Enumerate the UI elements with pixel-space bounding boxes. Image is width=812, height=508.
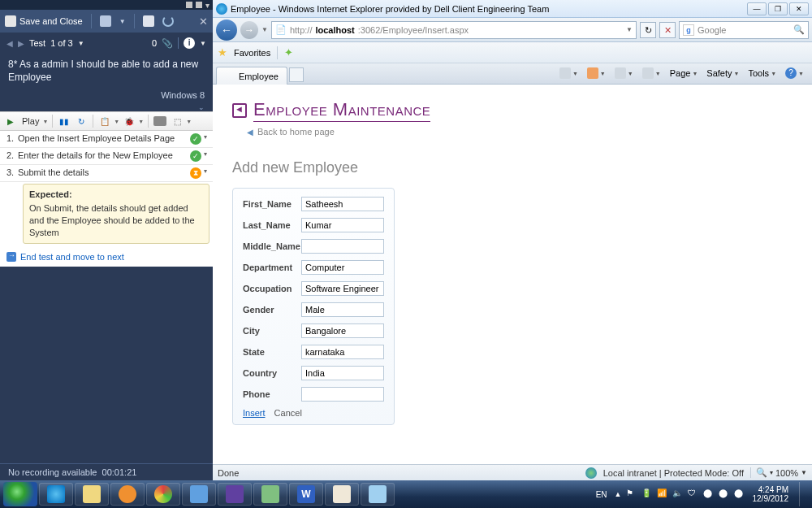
last-name-field[interactable] <box>301 218 384 232</box>
refresh-button[interactable]: ↻ <box>640 22 656 38</box>
tray-icon[interactable]: ⬤ <box>734 488 745 500</box>
show-desktop-button[interactable] <box>799 482 807 506</box>
forward-button[interactable]: → <box>240 21 258 39</box>
dropdown-icon[interactable]: ▼ <box>119 18 126 25</box>
gender-field[interactable] <box>301 302 384 317</box>
panel-options-icon[interactable]: ▾ <box>205 1 209 10</box>
tray-icon[interactable]: ⬤ <box>703 488 715 500</box>
maximize-button[interactable]: ❐ <box>768 2 788 15</box>
camera-icon[interactable] <box>153 114 167 128</box>
play-icon[interactable]: ▶ <box>3 114 18 128</box>
taskbar-media[interactable] <box>110 483 145 506</box>
bug-icon[interactable]: 🐞 <box>122 114 136 128</box>
home-button[interactable]: ▼ <box>556 66 581 80</box>
first-name-field[interactable] <box>301 197 384 211</box>
step-menu-icon[interactable]: ▾ <box>201 167 209 175</box>
tray-icon[interactable]: 🛡 <box>688 488 699 500</box>
feeds-button[interactable]: ▼ <box>584 66 609 80</box>
window-titlebar[interactable]: Employee - Windows Internet Explorer pro… <box>213 0 812 18</box>
new-tab-button[interactable] <box>289 67 304 82</box>
dropdown-icon[interactable]: ▼ <box>114 119 119 124</box>
page-menu[interactable]: Page ▼ <box>667 67 702 80</box>
country-field[interactable] <box>301 366 384 380</box>
middle-name-field[interactable] <box>301 239 384 254</box>
pass-icon[interactable]: ✓ <box>190 150 201 162</box>
dock-icon[interactable] <box>186 2 192 8</box>
browser-tab[interactable]: Employee <box>216 67 287 85</box>
department-field[interactable] <box>301 260 384 275</box>
environment-label[interactable]: Windows 8 <box>0 90 213 103</box>
step-menu-icon[interactable]: ▾ <box>201 133 209 141</box>
toolbar-icon-1[interactable] <box>100 15 111 27</box>
phone-field[interactable] <box>301 387 384 402</box>
show-hidden-icon[interactable]: ▲ <box>615 490 622 498</box>
safety-menu[interactable]: Safety ▼ <box>703 67 742 80</box>
print-button[interactable]: ▼ <box>639 66 664 80</box>
play-label[interactable]: Play <box>20 116 41 126</box>
history-dropdown-icon[interactable]: ▼ <box>261 26 268 33</box>
language-indicator[interactable]: EN <box>593 488 611 501</box>
tray-icon[interactable]: ⚑ <box>626 488 637 500</box>
end-test-button[interactable]: End test and move to next <box>0 247 213 267</box>
step-menu-icon[interactable]: ▾ <box>201 150 209 158</box>
pass-icon[interactable]: ✓ <box>190 133 201 145</box>
favorites-star-icon[interactable]: ★ <box>218 46 227 59</box>
zoom-control[interactable]: 🔍 ▾ 100% ▼ <box>750 467 807 478</box>
search-icon[interactable]: 🔍 <box>793 24 805 35</box>
state-field[interactable] <box>301 345 384 359</box>
toolbar-icon-2[interactable] <box>143 15 154 27</box>
screenshot-icon[interactable]: 📋 <box>97 114 112 128</box>
test-step[interactable]: 2. Enter the details for the New Employe… <box>0 148 213 165</box>
tray-icon[interactable]: ⬤ <box>719 488 730 500</box>
taskbar-app-1[interactable] <box>182 483 216 506</box>
taskbar-ie[interactable] <box>39 483 73 506</box>
info-icon[interactable]: i <box>184 37 195 49</box>
play-dropdown-icon[interactable]: ▼ <box>42 119 48 124</box>
attachment-icon[interactable]: 📎 <box>162 38 173 49</box>
test-dropdown-icon[interactable]: ▼ <box>78 40 84 47</box>
taskbar-visualstudio[interactable] <box>218 483 252 506</box>
save-and-close-button[interactable]: Save and Close <box>5 15 83 27</box>
dropdown-icon[interactable]: ▼ <box>186 119 192 124</box>
minimize-button[interactable]: — <box>747 2 767 15</box>
taskbar-app-2[interactable] <box>253 483 287 506</box>
start-button[interactable] <box>3 482 37 506</box>
test-step[interactable]: 3. Submit the details ⧗ ▾ <box>0 165 213 182</box>
stop-button[interactable]: ✕ <box>659 22 676 38</box>
expand-icon[interactable]: ⌄ <box>0 103 213 111</box>
taskbar-paint[interactable] <box>325 483 359 506</box>
back-link[interactable]: ◀ Back to home page <box>247 127 793 137</box>
cancel-button[interactable]: Cancel <box>274 408 302 418</box>
test-step[interactable]: 1. Open the Insert Employee Details Page… <box>0 131 213 148</box>
favorites-label[interactable]: Favorites <box>234 48 270 58</box>
close-button[interactable]: ✕ <box>199 15 208 28</box>
dropdown-icon[interactable]: ▼ <box>138 119 144 124</box>
back-button[interactable]: ← <box>216 20 237 41</box>
refresh-icon[interactable] <box>162 15 174 27</box>
reset-icon[interactable]: ↻ <box>74 114 89 128</box>
taskbar-explorer[interactable] <box>75 483 109 506</box>
tray-icon[interactable]: 🔈 <box>672 488 684 500</box>
search-box[interactable]: g Google 🔍 <box>679 21 809 39</box>
tray-icon[interactable]: 📶 <box>657 488 668 500</box>
close-button[interactable]: ✕ <box>789 2 809 15</box>
help-button[interactable]: ?▼ <box>782 66 807 80</box>
taskbar-word[interactable]: W <box>289 483 323 506</box>
clock[interactable]: 4:24 PM 12/9/2012 <box>749 485 793 504</box>
next-test-icon[interactable]: ▶ <box>18 39 24 48</box>
taskbar-app-3[interactable] <box>361 483 395 506</box>
zoom-menu-icon[interactable]: ▼ <box>801 469 807 476</box>
prev-test-icon[interactable]: ◀ <box>6 39 13 48</box>
tool-icon[interactable]: ⬚ <box>170 114 184 128</box>
address-dropdown-icon[interactable]: ▼ <box>626 26 633 33</box>
address-bar[interactable]: 📄 http://localhost:3062/Employee/Insert.… <box>271 21 637 39</box>
city-field[interactable] <box>301 323 384 338</box>
dock-icon-2[interactable] <box>196 2 202 8</box>
active-icon[interactable]: ⧗ <box>190 167 201 179</box>
pause-icon[interactable]: ▮▮ <box>57 114 71 128</box>
mail-button[interactable]: ▼ <box>611 66 637 80</box>
occupation-field[interactable] <box>301 281 384 296</box>
add-favorite-icon[interactable]: ✦ <box>284 46 293 59</box>
info-dropdown-icon[interactable]: ▼ <box>200 40 206 47</box>
tray-icon[interactable]: 🔋 <box>641 488 653 500</box>
